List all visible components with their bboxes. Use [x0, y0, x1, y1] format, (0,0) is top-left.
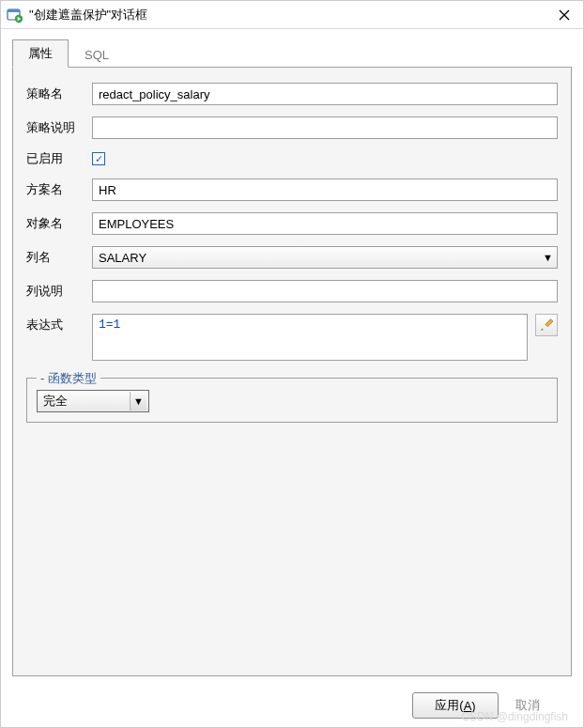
edit-expression-button[interactable] [535, 314, 558, 336]
close-icon [559, 9, 570, 21]
tab-sql[interactable]: SQL [69, 42, 125, 68]
label-column: 列名 [26, 249, 92, 266]
pencil-icon [540, 318, 553, 332]
input-policy-name[interactable] [92, 83, 558, 105]
svg-rect-1 [8, 9, 20, 12]
input-column-desc[interactable] [92, 280, 558, 302]
apply-button[interactable]: 应用(A) [412, 692, 499, 719]
field-object[interactable]: EMPLOYEES [92, 212, 558, 235]
label-policy-name: 策略名 [26, 85, 92, 102]
combo-column-value: SALARY [99, 251, 543, 265]
label-enabled: 已启用 [26, 150, 92, 167]
input-policy-desc[interactable] [92, 116, 558, 139]
label-schema: 方案名 [26, 181, 92, 198]
checkmark-icon: ✓ [95, 153, 103, 165]
dialog-window: "创建遮盖保护"对话框 属性 SQL 策略名 策略说明 已启用 [0, 0, 584, 728]
combo-function-type-value: 完全 [43, 393, 130, 410]
label-object: 对象名 [26, 215, 92, 232]
field-schema[interactable]: HR [92, 178, 558, 201]
legend-function-type: - 函数类型 [37, 370, 100, 387]
app-icon [7, 7, 23, 23]
svg-rect-6 [546, 319, 553, 327]
label-column-desc: 列说明 [26, 283, 92, 300]
chevron-down-icon: ▼ [130, 392, 146, 410]
title-bar: "创建遮盖保护"对话框 [1, 1, 583, 29]
tab-panel-attributes: 策略名 策略说明 已启用 ✓ 方案名 HR 对象名 EMPLOYEES [12, 67, 572, 676]
chevron-down-icon: ▼ [543, 252, 553, 263]
label-expression: 表达式 [26, 314, 92, 333]
label-policy-desc: 策略说明 [26, 119, 92, 136]
dialog-body: 属性 SQL 策略名 策略说明 已启用 ✓ 方案名 HR [1, 29, 583, 684]
fieldset-function-type: - 函数类型 完全 ▼ [26, 378, 558, 423]
cancel-button[interactable]: 取消 [515, 697, 572, 714]
combo-column[interactable]: SALARY ▼ [92, 246, 558, 269]
svg-marker-7 [541, 328, 544, 331]
combo-function-type[interactable]: 完全 ▼ [37, 390, 149, 412]
dialog-title: "创建遮盖保护"对话框 [29, 7, 551, 23]
textarea-expression[interactable]: 1=1 [92, 314, 528, 361]
tab-attributes[interactable]: 属性 [12, 39, 69, 68]
checkbox-enabled[interactable]: ✓ [92, 152, 105, 165]
tabs-row: 属性 SQL [12, 40, 572, 67]
button-bar: 应用(A) 取消 CSDN @dingdingfish [1, 684, 583, 727]
close-button[interactable] [551, 4, 577, 26]
